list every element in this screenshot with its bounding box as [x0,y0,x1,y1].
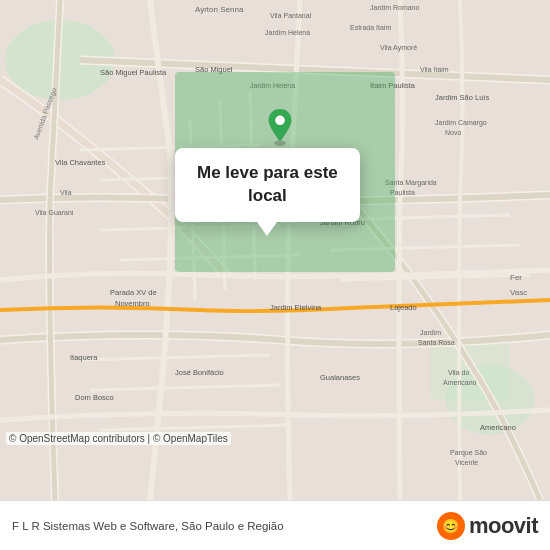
svg-text:Vila Itaim: Vila Itaim [420,66,449,73]
svg-text:Novembro: Novembro [115,299,150,308]
svg-text:Gualanases: Gualanases [320,373,360,382]
svg-text:Vila Pantanal: Vila Pantanal [270,12,312,19]
svg-text:Lajeado: Lajeado [390,303,417,312]
svg-text:Itaquera: Itaquera [70,353,98,362]
svg-text:Jardim Camargo: Jardim Camargo [435,119,487,127]
svg-text:Itaim Paulista: Itaim Paulista [370,81,416,90]
svg-text:Jardim São Luís: Jardim São Luís [435,93,489,102]
svg-text:Jardim Helena: Jardim Helena [250,82,295,89]
svg-text:Vila Chavantes: Vila Chavantes [55,158,106,167]
svg-text:Parada XV de: Parada XV de [110,288,157,297]
svg-text:Santa Margarida: Santa Margarida [385,179,437,187]
footer: F L R Sistemas Web e Software, São Paulo… [0,500,550,550]
svg-text:São Miguel Paulista: São Miguel Paulista [100,68,167,77]
svg-text:Vila do: Vila do [448,369,469,376]
svg-text:Fer: Fer [510,273,522,282]
svg-text:Jardim Romano: Jardim Romano [370,4,420,11]
svg-text:Jardim: Jardim [420,329,441,336]
callout-text-line2: local [248,186,287,205]
svg-text:Jardim Etelvina: Jardim Etelvina [270,303,322,312]
svg-text:Vasc: Vasc [510,288,527,297]
svg-text:Dom Bosco: Dom Bosco [75,393,114,402]
svg-text:Ayrton Senna: Ayrton Senna [195,5,244,14]
footer-company: F L R Sistemas Web e Software, São Paulo… [12,520,284,532]
svg-text:Novo: Novo [445,129,461,136]
callout-text-line1: Me leve para este [197,163,338,182]
svg-text:Santa Rosa: Santa Rosa [418,339,455,346]
svg-text:São Miguel: São Miguel [195,65,233,74]
svg-text:José Bonifácio: José Bonifácio [175,368,224,377]
svg-text:Vicente: Vicente [455,459,478,466]
svg-text:Jardim Helena: Jardim Helena [265,29,310,36]
svg-point-43 [275,116,285,126]
moovit-text: moovit [469,513,538,539]
svg-text:Paulista: Paulista [390,189,415,196]
callout-bubble[interactable]: Me leve para este local [175,148,360,222]
moovit-icon: 😊 [437,512,465,540]
svg-text:Estrada Itaim: Estrada Itaim [350,24,391,31]
moovit-branding: 😊 moovit [437,512,538,540]
svg-text:Vila: Vila [60,189,72,196]
svg-text:Vila Guarani: Vila Guarani [35,209,74,216]
map-container: Ayrton Senna Vila Pantanal Jardim Romano… [0,0,550,500]
osm-credit: © OpenStreetMap contributors | © OpenMap… [6,432,231,445]
svg-text:Americano: Americano [443,379,477,386]
map-pin [264,107,296,147]
svg-text:Parque São: Parque São [450,449,487,457]
svg-text:Vila Aymoré: Vila Aymoré [380,44,417,52]
svg-text:Americano: Americano [480,423,516,432]
